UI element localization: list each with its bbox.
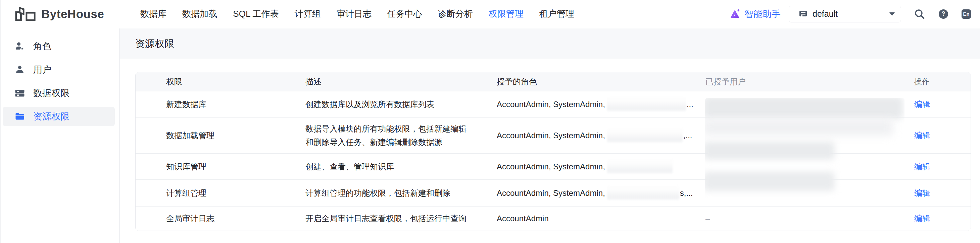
permission-description: 开启全局审计日志查看权限，包括运行中查询 (305, 212, 497, 225)
page-title: 资源权限 (135, 37, 174, 50)
nav-item-2[interactable]: 数据加载 (182, 8, 217, 20)
granted-roles-text: AccountAdmin, SystemAdmin, (497, 188, 605, 198)
granted-roles: AccountAdmin, SystemAdmin, (497, 159, 705, 174)
table-row: 知识库管理创建、查看、管理知识库AccountAdmin, SystemAdmi… (135, 154, 970, 180)
sidebar-item-label: 数据权限 (33, 87, 70, 99)
search-button[interactable] (914, 8, 925, 20)
sidebar-item-label: 用户 (33, 63, 51, 76)
edit-link[interactable]: 编辑 (914, 130, 930, 141)
permission-name: 知识库管理 (135, 161, 305, 172)
sidebar-item-4[interactable]: 资源权限 (3, 107, 115, 126)
nav-item-5[interactable]: 审计日志 (337, 8, 372, 20)
granted-roles-overflow: s,... (680, 188, 693, 198)
role-icon (15, 41, 25, 51)
granted-roles-text: AccountAdmin (497, 214, 549, 223)
language-switcher[interactable]: En (961, 9, 971, 19)
workspace-value: default (813, 9, 885, 19)
redacted-role (607, 98, 686, 112)
chevron-down-icon (889, 13, 895, 16)
permission-name: 全局审计日志 (135, 213, 305, 224)
granted-roles-text: AccountAdmin, SystemAdmin, (497, 100, 605, 109)
actions-cell: 编辑 (914, 130, 970, 141)
permission-description: 创建、查看、管理知识库 (305, 160, 497, 174)
nav-item-4[interactable]: 计算组 (295, 8, 321, 20)
main-menu: 数据库数据加载SQL 工作表计算组审计日志任务中心诊断分析权限管理租户管理 (140, 8, 574, 20)
granted-roles: AccountAdmin (497, 214, 705, 223)
page-header: 资源权限 (120, 28, 980, 59)
sidebar-item-3[interactable]: 数据权限 (3, 84, 115, 103)
ai-assistant-label: 智能助手 (745, 8, 781, 20)
workspace-selector[interactable]: default (789, 6, 901, 22)
nav-right-tools: 智能助手 default ? En (730, 6, 971, 22)
granted-roles: AccountAdmin, SystemAdmin,,... (497, 129, 705, 143)
permission-description: 数据导入模块的所有功能权限，包括新建编辑和删除导入任务、新建编辑删除数据源 (305, 122, 497, 149)
permission-description: 计算组管理的功能权限，包括新建和删除 (305, 186, 497, 200)
actions-cell: 编辑 (914, 161, 970, 172)
sidebar-item-2[interactable]: 用户 (3, 60, 115, 79)
nav-item-7[interactable]: 诊断分析 (438, 8, 473, 20)
nav-item-6[interactable]: 任务中心 (387, 8, 422, 20)
data-permission-icon (15, 88, 25, 98)
actions-cell: 编辑 (914, 99, 970, 110)
edit-link[interactable]: 编辑 (914, 188, 930, 199)
ai-assistant-icon (730, 8, 740, 20)
edit-link[interactable]: 编辑 (914, 161, 930, 172)
granted-roles-overflow: ,... (683, 131, 692, 140)
help-icon: ? (939, 9, 948, 19)
ai-assistant-button[interactable]: 智能助手 (730, 8, 781, 20)
edit-link[interactable]: 编辑 (914, 213, 930, 224)
main-content: 资源权限 权限描述授予的角色已授予用户操作 新建数据库创建数据库以及浏览所有数据… (120, 28, 980, 243)
compute-group-icon (799, 10, 808, 18)
search-icon (914, 8, 925, 20)
actions-cell: 编辑 (914, 213, 970, 224)
redacted-role (607, 186, 679, 200)
granted-roles: AccountAdmin, SystemAdmin,s,... (497, 186, 705, 200)
nav-item-1[interactable]: 数据库 (140, 8, 167, 20)
table-row: 数据加载管理数据导入模块的所有功能权限，包括新建编辑和删除导入任务、新建编辑删除… (135, 118, 970, 154)
permission-name: 计算组管理 (135, 188, 305, 199)
sidebar-item-label: 资源权限 (33, 110, 70, 123)
granted-users: – (705, 214, 914, 223)
granted-roles-text: AccountAdmin, SystemAdmin, (497, 131, 605, 140)
table-row: 计算组管理计算组管理的功能权限，包括新建和删除AccountAdmin, Sys… (135, 180, 970, 207)
granted-roles-overflow: ... (687, 100, 694, 109)
column-header-2: 描述 (305, 75, 497, 88)
column-header-5: 操作 (914, 77, 970, 87)
bytehouse-logo[interactable]: ByteHouse (15, 6, 104, 22)
edit-link[interactable]: 编辑 (914, 99, 930, 110)
language-icon: En (961, 9, 971, 19)
nav-item-8[interactable]: 权限管理 (488, 8, 523, 20)
user-icon (15, 65, 25, 75)
sidebar: 角色 用户 数据权限 资源权限 (0, 28, 120, 243)
permission-description: 创建数据库以及浏览所有数据库列表 (305, 98, 497, 111)
table-header-row: 权限描述授予的角色已授予用户操作 (135, 72, 970, 92)
column-header-1: 权限 (135, 76, 305, 87)
table-row: 全局审计日志开启全局审计日志查看权限，包括运行中查询AccountAdmin–编… (135, 207, 970, 230)
redacted-role (607, 159, 673, 174)
help-button[interactable]: ? (939, 9, 948, 19)
granted-roles: AccountAdmin, SystemAdmin,... (497, 98, 705, 112)
nav-item-9[interactable]: 租户管理 (539, 8, 574, 20)
sidebar-item-1[interactable]: 角色 (3, 36, 115, 56)
granted-roles-text: AccountAdmin, SystemAdmin, (497, 162, 605, 171)
nav-item-3[interactable]: SQL 工作表 (233, 8, 278, 20)
permission-name: 新建数据库 (135, 99, 305, 110)
permissions-table: 权限描述授予的角色已授予用户操作 新建数据库创建数据库以及浏览所有数据库列表Ac… (135, 72, 971, 231)
column-header-4: 已授予用户 (705, 76, 914, 87)
sidebar-item-label: 角色 (33, 40, 51, 52)
brand-name: ByteHouse (41, 7, 104, 21)
actions-cell: 编辑 (914, 188, 970, 199)
folder-icon (15, 112, 25, 122)
column-header-3: 授予的角色 (497, 76, 705, 87)
table-row: 新建数据库创建数据库以及浏览所有数据库列表AccountAdmin, Syste… (135, 92, 970, 118)
bytehouse-logo-icon (15, 6, 37, 22)
top-navbar: ByteHouse 数据库数据加载SQL 工作表计算组审计日志任务中心诊断分析权… (0, 0, 980, 28)
collapsed-panel-edge (0, 0, 1, 243)
redacted-role (607, 129, 682, 143)
permission-name: 数据加载管理 (135, 130, 305, 141)
